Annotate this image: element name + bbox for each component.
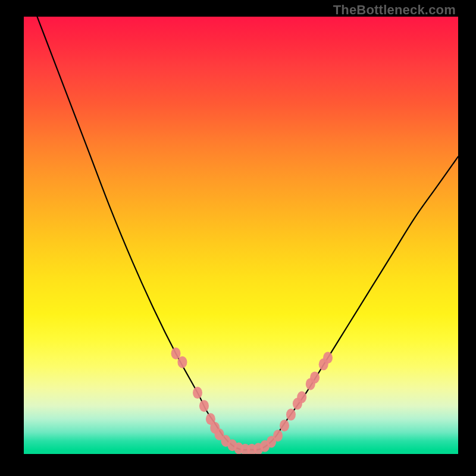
attribution-text: TheBottleneck.com bbox=[333, 2, 456, 18]
data-dot bbox=[297, 391, 306, 403]
data-dot bbox=[310, 371, 320, 383]
plot-area bbox=[24, 17, 458, 454]
curve-layer bbox=[24, 17, 458, 454]
data-dots bbox=[171, 347, 333, 454]
data-dot bbox=[193, 387, 202, 399]
data-dot bbox=[199, 400, 209, 412]
bottleneck-curve bbox=[24, 17, 458, 450]
data-dot bbox=[177, 356, 187, 368]
data-dot bbox=[323, 352, 333, 364]
chart-frame: TheBottleneck.com bbox=[0, 0, 476, 476]
data-dot bbox=[286, 409, 296, 421]
data-dot bbox=[280, 419, 289, 431]
data-dot bbox=[171, 347, 181, 359]
data-dot bbox=[273, 430, 283, 441]
